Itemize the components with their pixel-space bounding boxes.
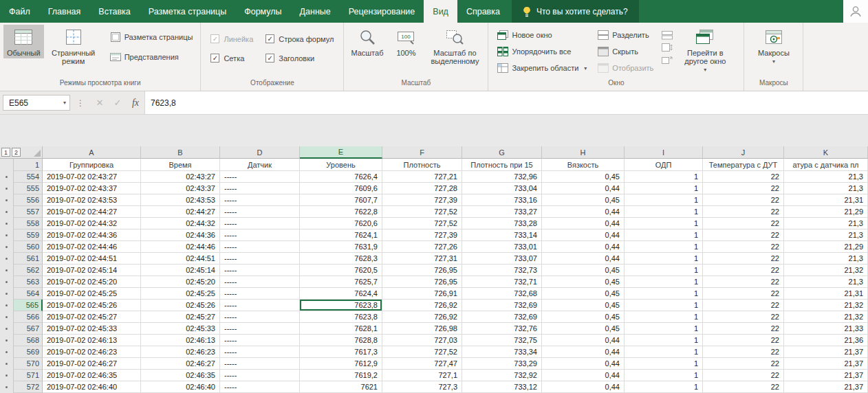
headings-checkbox[interactable]: ✓ Заголовки <box>265 54 334 63</box>
cell-E564[interactable]: 7624,4 <box>300 288 382 300</box>
cell-I572[interactable]: 1 <box>625 381 703 393</box>
cell-G569[interactable]: 733,34 <box>462 346 542 358</box>
cell-K563[interactable]: 21,3 <box>784 276 868 288</box>
cell-E558[interactable]: 7620,6 <box>300 218 382 229</box>
column-header-B[interactable]: B <box>141 146 220 159</box>
cell-K554[interactable]: 21,3 <box>784 171 868 183</box>
cell-D557[interactable]: ----- <box>220 206 300 218</box>
cell-B556[interactable]: 02:43:53 <box>141 194 220 206</box>
cell-K570[interactable]: 21,37 <box>784 358 868 370</box>
cell-E570[interactable]: 7612,9 <box>300 358 382 370</box>
cell-F557[interactable]: 727,52 <box>382 206 462 218</box>
row-header-556[interactable]: 556 <box>14 194 43 206</box>
column-header-F[interactable]: F <box>382 146 462 159</box>
cell-H557[interactable]: 0,44 <box>542 206 625 218</box>
cell-I566[interactable]: 1 <box>625 311 703 323</box>
cell-J556[interactable]: 22 <box>703 194 784 206</box>
cell-A565[interactable]: 2019-07-02 02:45:26 <box>43 300 141 311</box>
cell-A566[interactable]: 2019-07-02 02:45:27 <box>43 311 141 323</box>
cell-K567[interactable]: 21,33 <box>784 323 868 335</box>
row-header-557[interactable]: 557 <box>14 206 43 218</box>
cell-B571[interactable]: 02:46:35 <box>141 370 220 381</box>
zoom-to-selection-button[interactable]: Масштаб по выделенному <box>425 25 484 67</box>
cell-F560[interactable]: 727,26 <box>382 241 462 253</box>
row-header-564[interactable]: 564 <box>14 288 43 300</box>
cell-H572[interactable]: 0,44 <box>542 381 625 393</box>
cell-J559[interactable]: 22 <box>703 229 784 241</box>
cell-F571[interactable]: 727,1 <box>382 370 462 381</box>
cell-D559[interactable]: ----- <box>220 229 300 241</box>
cell-E567[interactable]: 7628,1 <box>300 323 382 335</box>
cell-J571[interactable]: 22 <box>703 370 784 381</box>
cell-B559[interactable]: 02:44:36 <box>141 229 220 241</box>
cell-H554[interactable]: 0,45 <box>542 171 625 183</box>
cell-G565[interactable]: 732,69 <box>462 300 542 311</box>
column-header-K[interactable]: K <box>784 146 868 159</box>
cell-G554[interactable]: 732,96 <box>462 171 542 183</box>
cell-B565[interactable]: 02:45:26 <box>141 300 220 311</box>
cell-I560[interactable]: 1 <box>625 241 703 253</box>
cell-E557[interactable]: 7622,8 <box>300 206 382 218</box>
cell-J572[interactable]: 22 <box>703 381 784 393</box>
cell-F567[interactable]: 726,98 <box>382 323 462 335</box>
cell-A554[interactable]: 2019-07-02 02:43:27 <box>43 171 141 183</box>
cell-A559[interactable]: 2019-07-02 02:44:36 <box>43 229 141 241</box>
tab-page-layout[interactable]: Разметка страницы <box>140 0 235 23</box>
row-header-563[interactable]: 563 <box>14 276 43 288</box>
row-header-555[interactable]: 555 <box>14 183 43 194</box>
cell-F561[interactable]: 727,31 <box>382 253 462 265</box>
cell-H571[interactable]: 0,44 <box>542 370 625 381</box>
cell-D569[interactable]: ----- <box>220 346 300 358</box>
column-header-D[interactable]: D <box>220 146 300 159</box>
cell-J568[interactable]: 22 <box>703 335 784 346</box>
gridlines-checkbox[interactable]: ✓ Сетка <box>210 54 253 63</box>
cell-G564[interactable]: 732,68 <box>462 288 542 300</box>
cell-D554[interactable]: ----- <box>220 171 300 183</box>
cell-D564[interactable]: ----- <box>220 288 300 300</box>
cell-G1[interactable]: Плотность при 15 <box>462 159 542 171</box>
cell-F1[interactable]: Плотность <box>382 159 462 171</box>
cell-F554[interactable]: 727,21 <box>382 171 462 183</box>
cell-B570[interactable]: 02:46:27 <box>141 358 220 370</box>
cell-G568[interactable]: 732,75 <box>462 335 542 346</box>
cell-A562[interactable]: 2019-07-02 02:45:14 <box>43 265 141 276</box>
cell-J570[interactable]: 22 <box>703 358 784 370</box>
cell-J563[interactable]: 22 <box>703 276 784 288</box>
cell-G558[interactable]: 733,28 <box>462 218 542 229</box>
row-header-565[interactable]: 565 <box>14 300 43 311</box>
row-header-562[interactable]: 562 <box>14 265 43 276</box>
row-header-570[interactable]: 570 <box>14 358 43 370</box>
cell-K555[interactable]: 21,3 <box>784 183 868 194</box>
tab-formulas[interactable]: Формулы <box>235 0 290 23</box>
cell-B554[interactable]: 02:43:27 <box>141 171 220 183</box>
cell-E560[interactable]: 7631,9 <box>300 241 382 253</box>
cell-J569[interactable]: 22 <box>703 346 784 358</box>
row-header-568[interactable]: 568 <box>14 335 43 346</box>
cell-I568[interactable]: 1 <box>625 335 703 346</box>
cell-H567[interactable]: 0,45 <box>542 323 625 335</box>
cell-E563[interactable]: 7625,7 <box>300 276 382 288</box>
cell-B562[interactable]: 02:45:14 <box>141 265 220 276</box>
cell-E565[interactable]: 7623,8 <box>300 300 382 311</box>
cell-A555[interactable]: 2019-07-02 02:43:37 <box>43 183 141 194</box>
cell-H1[interactable]: Вязкость <box>542 159 625 171</box>
cell-D566[interactable]: ----- <box>220 311 300 323</box>
cell-J555[interactable]: 22 <box>703 183 784 194</box>
cell-K568[interactable]: 21,36 <box>784 335 868 346</box>
cell-E571[interactable]: 7619,2 <box>300 370 382 381</box>
cell-K565[interactable]: 21,32 <box>784 300 868 311</box>
cell-A569[interactable]: 2019-07-02 02:46:23 <box>43 346 141 358</box>
row-header-569[interactable]: 569 <box>14 346 43 358</box>
cell-D556[interactable]: ----- <box>220 194 300 206</box>
view-side-by-side-button[interactable] <box>661 30 673 40</box>
cell-A557[interactable]: 2019-07-02 02:44:27 <box>43 206 141 218</box>
cell-I559[interactable]: 1 <box>625 229 703 241</box>
cell-J1[interactable]: Температура с ДУТ <box>703 159 784 171</box>
row-header-571[interactable]: 571 <box>14 370 43 381</box>
formula-bar-handle[interactable]: ⋮ <box>70 98 91 108</box>
cell-G571[interactable]: 732,92 <box>462 370 542 381</box>
unhide-button[interactable]: Отобразить <box>595 62 656 74</box>
tab-review[interactable]: Рецензирование <box>340 0 424 23</box>
outline-level-1-button[interactable]: 1 <box>1 148 10 157</box>
cell-A561[interactable]: 2019-07-02 02:44:51 <box>43 253 141 265</box>
